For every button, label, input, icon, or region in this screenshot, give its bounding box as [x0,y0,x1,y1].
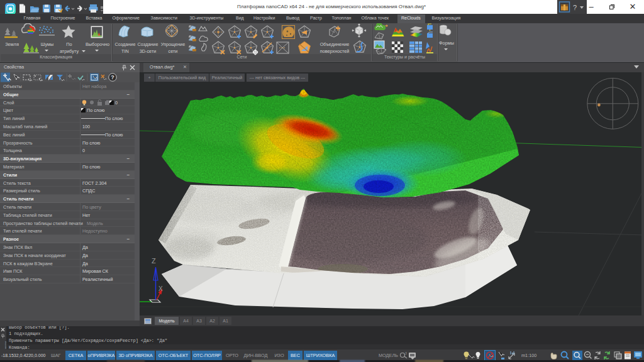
svg-text:?: ? [111,74,114,80]
svg-text:3: 3 [405,351,407,355]
svg-text:X: X [158,285,163,292]
svg-text:?: ? [573,4,577,11]
svg-text:Z: Z [152,257,156,265]
svg-text:Ком: Ком [4,341,6,349]
